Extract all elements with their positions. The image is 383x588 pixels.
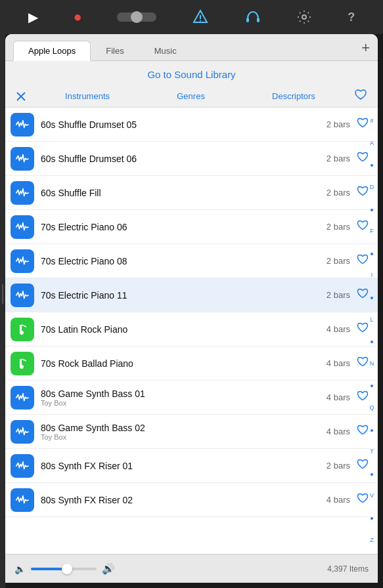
main-panel: Apple Loops Files Music + Go to Sound Li…	[5, 34, 378, 583]
bottom-bar: 🔈 🔊 4,397 Items	[5, 554, 378, 583]
item-text: 60s Shuffle Fill	[41, 188, 327, 198]
item-bars: 2 bars	[327, 154, 350, 163]
list-item[interactable]: 80s Synth FX Riser 024 bars	[5, 483, 378, 517]
item-count: 4,397 Items	[120, 564, 369, 574]
list-item[interactable]: 60s Shuffle Drumset 062 bars	[5, 142, 378, 176]
svg-rect-8	[20, 331, 24, 335]
sound-library-link[interactable]: Go to Sound Library	[5, 61, 378, 85]
volume-slider[interactable]	[31, 568, 97, 570]
svg-line-12	[22, 359, 26, 361]
note-icon	[11, 352, 34, 375]
waveform-icon	[11, 420, 34, 444]
item-name: 80s Game Synth Bass 01	[41, 388, 327, 399]
loop-list: 60s Shuffle Drumset 052 bars 60s Shuffle…	[5, 108, 378, 554]
side-index-item[interactable]: Z	[370, 537, 374, 543]
item-favorite-button[interactable]	[357, 185, 369, 200]
item-favorite-button[interactable]	[357, 151, 369, 166]
item-favorite-button[interactable]	[357, 253, 369, 268]
item-bars: 4 bars	[327, 324, 350, 334]
list-item[interactable]: 80s Game Synth Bass 02Toy Box4 bars	[5, 415, 378, 449]
volume-high-icon: 🔊	[102, 562, 115, 575]
item-text: 80s Game Synth Bass 02Toy Box	[41, 423, 327, 441]
waveform-icon	[11, 249, 34, 273]
item-bars: 2 bars	[327, 119, 350, 129]
item-name: 60s Shuffle Fill	[41, 188, 327, 198]
volume-low-icon: 🔈	[14, 564, 26, 574]
tab-files[interactable]: Files	[91, 41, 139, 60]
caution-icon[interactable]	[192, 9, 209, 26]
toolbar: ▶ ● ?	[0, 0, 383, 34]
item-sub: Toy Box	[41, 399, 327, 407]
filter-close-button[interactable]	[11, 91, 32, 102]
list-item[interactable]: 70s Latin Rock Piano4 bars	[5, 312, 378, 346]
filter-descriptors[interactable]: Descriptors	[267, 89, 321, 104]
note-icon	[11, 318, 34, 341]
list-item[interactable]: 70s Electric Piano 112 bars	[5, 278, 378, 312]
waveform-icon	[11, 113, 34, 136]
tab-music[interactable]: Music	[139, 41, 192, 60]
list-item[interactable]: 60s Shuffle Drumset 052 bars	[5, 108, 378, 142]
item-text: 60s Shuffle Drumset 06	[41, 154, 327, 164]
transport-slider[interactable]	[117, 12, 156, 22]
item-text: 70s Electric Piano 11	[41, 290, 327, 301]
tab-bar: Apple Loops Files Music +	[5, 34, 378, 61]
svg-point-4	[302, 15, 306, 19]
item-name: 70s Electric Piano 08	[41, 256, 327, 266]
item-favorite-button[interactable]	[357, 287, 369, 303]
item-favorite-button[interactable]	[357, 117, 369, 132]
item-sub: Toy Box	[41, 433, 327, 441]
item-favorite-button[interactable]	[357, 356, 369, 371]
item-name: 80s Game Synth Bass 02	[41, 423, 327, 433]
filter-tabs: Instruments Genres Descriptors	[32, 89, 349, 104]
item-name: 70s Latin Rock Piano	[41, 324, 327, 335]
tab-apple-loops[interactable]: Apple Loops	[13, 41, 91, 61]
list-item[interactable]: 80s Synth FX Riser 012 bars	[5, 449, 378, 483]
list-item[interactable]: 70s Electric Piano 082 bars	[5, 244, 378, 278]
list-item[interactable]: 60s Shuffle Fill2 bars	[5, 176, 378, 210]
svg-rect-11	[20, 365, 24, 369]
item-name: 60s Shuffle Drumset 05	[41, 119, 327, 130]
filter-favorites-button[interactable]	[349, 88, 372, 104]
list-item[interactable]: 80s Game Synth Bass 01Toy Box4 bars	[5, 381, 378, 415]
record-button[interactable]: ●	[74, 9, 82, 26]
headphones-icon[interactable]	[244, 9, 261, 26]
svg-point-1	[200, 20, 201, 22]
item-bars: 4 bars	[327, 392, 350, 402]
item-text: 70s Electric Piano 08	[41, 256, 327, 266]
waveform-icon	[11, 284, 34, 307]
filter-bar: Instruments Genres Descriptors	[5, 85, 378, 108]
item-bars: 4 bars	[327, 427, 350, 436]
item-text: 70s Electric Piano 06	[41, 222, 327, 232]
play-button[interactable]: ▶	[28, 9, 38, 25]
svg-rect-2	[246, 18, 249, 22]
item-name: 70s Electric Piano 06	[41, 222, 327, 232]
waveform-icon	[11, 454, 34, 478]
filter-genres[interactable]: Genres	[171, 89, 210, 104]
settings-icon[interactable]	[296, 9, 312, 25]
item-favorite-button[interactable]	[357, 390, 369, 405]
add-tab-button[interactable]: +	[361, 41, 370, 55]
item-text: 80s Synth FX Riser 01	[41, 461, 327, 471]
item-favorite-button[interactable]	[357, 458, 369, 473]
help-icon[interactable]: ?	[348, 10, 355, 24]
list-item[interactable]: 70s Rock Ballad Piano4 bars	[5, 346, 378, 381]
item-bars: 4 bars	[327, 358, 350, 368]
item-bars: 2 bars	[327, 290, 350, 300]
item-bars: 2 bars	[327, 222, 350, 232]
item-favorite-button[interactable]	[357, 322, 369, 337]
item-favorite-button[interactable]	[357, 492, 369, 507]
item-bars: 2 bars	[327, 461, 350, 471]
filter-instruments[interactable]: Instruments	[60, 89, 115, 104]
waveform-icon	[11, 215, 34, 239]
item-favorite-button[interactable]	[357, 219, 369, 234]
item-favorite-button[interactable]	[357, 424, 369, 439]
waveform-icon	[11, 181, 34, 205]
item-name: 60s Shuffle Drumset 06	[41, 154, 327, 164]
item-name: 80s Synth FX Riser 01	[41, 461, 327, 471]
item-name: 70s Rock Ballad Piano	[41, 358, 327, 369]
item-bars: 2 bars	[327, 256, 350, 266]
list-item[interactable]: 70s Electric Piano 062 bars	[5, 210, 378, 244]
svg-rect-3	[257, 18, 259, 22]
item-name: 80s Synth FX Riser 02	[41, 495, 327, 505]
resize-handle[interactable]	[0, 0, 5, 588]
